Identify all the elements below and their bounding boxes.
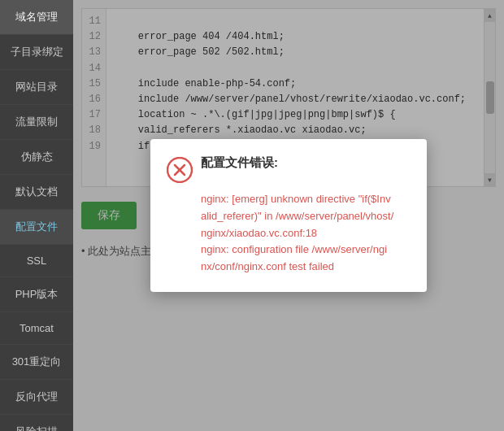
- modal-title: 配置文件错误:: [201, 155, 278, 171]
- sidebar-item-webdir[interactable]: 网站目录: [0, 70, 73, 105]
- sidebar-item-scan[interactable]: 风险扫描: [0, 415, 73, 431]
- sidebar-item-ssl[interactable]: SSL: [0, 245, 73, 277]
- modal-header: 配置文件错误:: [167, 155, 407, 183]
- sidebar-item-config[interactable]: 配置文件: [0, 210, 73, 245]
- sidebar-item-traffic[interactable]: 流量限制: [0, 105, 73, 140]
- sidebar: 域名管理 子目录绑定 网站目录 流量限制 伪静态 默认文档 配置文件 SSL P…: [0, 0, 73, 431]
- sidebar-item-tomcat[interactable]: Tomcat: [0, 312, 73, 345]
- sidebar-item-default-doc[interactable]: 默认文档: [0, 175, 73, 210]
- sidebar-item-301[interactable]: 301重定向: [0, 345, 73, 380]
- sidebar-item-php[interactable]: PHP版本: [0, 277, 73, 312]
- modal-overlay: 配置文件错误: nginx: [emerg] unknown directive…: [73, 0, 504, 431]
- sidebar-item-subdir[interactable]: 子目录绑定: [0, 35, 73, 70]
- sidebar-item-rewrite[interactable]: 伪静态: [0, 140, 73, 175]
- modal-dialog: 配置文件错误: nginx: [emerg] unknown directive…: [150, 139, 427, 292]
- sidebar-item-domain[interactable]: 域名管理: [0, 0, 73, 35]
- main-content: 11 12 13 14 15 16 17 18 19 error_page 40…: [73, 0, 504, 431]
- error-icon: [167, 157, 193, 183]
- modal-body: nginx: [emerg] unknown directive "if($In…: [201, 191, 407, 276]
- sidebar-item-proxy[interactable]: 反向代理: [0, 380, 73, 415]
